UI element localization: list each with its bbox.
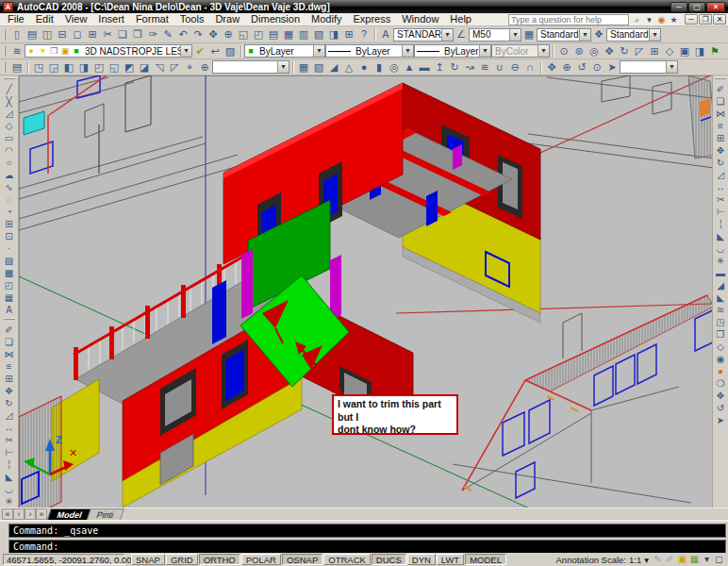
shell-icon[interactable]: ❍	[713, 377, 728, 390]
block-editor-icon[interactable]: ✎	[160, 27, 175, 42]
otrack-toggle[interactable]: OTRACK	[323, 554, 371, 565]
stretch-icon[interactable]: ↔	[713, 181, 728, 193]
move-icon[interactable]: ✥	[713, 144, 728, 157]
mirror-icon[interactable]: ⋈	[713, 108, 728, 120]
spline-icon[interactable]: ∿	[2, 181, 17, 193]
make-block-icon[interactable]: ⊡	[2, 230, 17, 242]
menu-modify[interactable]: Modify	[306, 13, 347, 25]
help-icon[interactable]: ?	[356, 27, 372, 42]
plot-icon[interactable]: ⊟	[55, 27, 70, 42]
tab-prev-button[interactable]: ‹	[13, 508, 25, 520]
extend-icon[interactable]: ⊢	[2, 446, 17, 458]
tab-first-button[interactable]: «	[2, 508, 13, 520]
rotate-icon[interactable]: ↻	[713, 157, 728, 169]
properties-icon[interactable]: ▤	[266, 27, 281, 42]
concentric-circles-icon-1[interactable]: ⊙	[556, 44, 571, 58]
communication-center-icon[interactable]: ◉	[655, 14, 668, 25]
planar-surface-icon[interactable]: ▬	[417, 60, 432, 75]
sw-isometric-icon[interactable]: ◩	[122, 60, 137, 75]
right-view-icon[interactable]: ◨	[76, 60, 91, 75]
annotation-visibility-icon[interactable]: ✎	[652, 554, 664, 565]
3d-move-icon[interactable]: ✥	[713, 390, 728, 402]
polysolid-icon[interactable]: ▦	[296, 60, 311, 75]
chevron-down-icon[interactable]: ▼	[579, 29, 590, 41]
ellipse-arc-icon[interactable]: ◔	[2, 206, 17, 218]
osnap-toggle[interactable]: OSNAP	[282, 554, 323, 565]
dim-style-combo[interactable]: M50 ▼	[469, 28, 521, 42]
visual-style-combo[interactable]: ▼	[620, 60, 678, 74]
scale-icon[interactable]: ◿	[713, 169, 728, 181]
chevron-down-icon[interactable]: ▼	[509, 29, 521, 41]
chevron-down-icon[interactable]: ▼	[180, 45, 191, 57]
menu-express[interactable]: Express	[347, 13, 396, 25]
ortho-toggle[interactable]: ORTHO	[199, 554, 240, 565]
chamfer-icon[interactable]: ◣	[713, 230, 728, 242]
layer-lock-icon[interactable]: ▣	[59, 46, 71, 56]
fillet-icon[interactable]: ◡	[713, 242, 728, 255]
layer-viewport-icon[interactable]: ❒	[48, 46, 59, 56]
menu-file[interactable]: File	[2, 13, 30, 25]
linetype-control-combo[interactable]: ByLayer ▼	[325, 44, 414, 58]
publish-icon[interactable]: ⊞	[85, 27, 100, 42]
sweep-icon[interactable]: ↝	[462, 60, 477, 75]
sphere-icon[interactable]: ◉	[713, 353, 728, 365]
model-toggle[interactable]: MODEL	[465, 554, 506, 565]
dim-style-icon[interactable]: ∠	[454, 27, 469, 42]
construction-line-icon[interactable]: ╳	[2, 95, 17, 108]
status-menu-arrow-icon[interactable]: ▾	[701, 554, 713, 565]
rectangle-icon[interactable]: ▭	[2, 132, 17, 144]
color-edges-icon[interactable]: ◨	[692, 44, 707, 58]
ducs-toggle[interactable]: DUCS	[372, 554, 406, 565]
annotation-scale-arrow-icon[interactable]: ▾	[644, 555, 649, 565]
menu-edit[interactable]: Edit	[30, 13, 59, 25]
move-icon[interactable]: ✥	[2, 385, 17, 397]
annotation-scale-value[interactable]: 1:1	[629, 555, 641, 565]
revolve-icon[interactable]: ↻	[447, 60, 462, 75]
menu-tools[interactable]: Tools	[174, 13, 210, 25]
copy-clip-icon[interactable]: ❏	[115, 27, 130, 42]
text-style-icon[interactable]: A	[378, 27, 393, 42]
stretch-icon[interactable]: ↔	[2, 422, 17, 434]
polyline-icon[interactable]: ◿	[2, 108, 17, 120]
pan-icon[interactable]: ✥	[206, 27, 221, 42]
trim-icon[interactable]: ✂	[713, 193, 728, 206]
ellipse-icon[interactable]: ◌	[2, 193, 17, 206]
layer-on-bulb-icon[interactable]: ●	[25, 46, 37, 56]
menu-insert[interactable]: Insert	[92, 13, 130, 25]
cone-icon[interactable]: △	[341, 60, 356, 75]
minimize-button[interactable]: ─	[670, 2, 687, 12]
menu-draw[interactable]: Draw	[209, 13, 245, 25]
union-icon[interactable]: ∪	[492, 60, 507, 75]
wedge-icon[interactable]: ◢	[326, 60, 341, 75]
arc-icon[interactable]: ◠	[2, 144, 17, 157]
menu-window[interactable]: Window	[396, 13, 444, 25]
walk-icon[interactable]: ➤	[713, 414, 728, 426]
polar-toggle[interactable]: POLAR	[241, 554, 281, 565]
search-icon[interactable]: ⌕	[631, 14, 643, 25]
trim-icon[interactable]: ✂	[2, 434, 17, 446]
torus-icon[interactable]: ◎	[387, 60, 402, 75]
sweep-icon[interactable]: ◣	[713, 291, 728, 304]
section-plane-icon[interactable]: ◳	[713, 316, 728, 328]
doc-minimize-button[interactable]: ─	[685, 14, 698, 25]
array-icon[interactable]: ⊞	[713, 132, 728, 144]
chevron-down-icon[interactable]: ▼	[313, 45, 324, 57]
imprint-icon[interactable]: ▣	[677, 44, 692, 58]
quickcalc-icon[interactable]: ⊞	[341, 27, 356, 42]
coordinate-display[interactable]: 46571.5855, -20091.2760, 0.0000	[3, 554, 125, 565]
loft-icon[interactable]: ≋	[477, 60, 492, 75]
hatch-icon[interactable]: ▨	[2, 255, 17, 267]
layer-color-chip-icon[interactable]: ■	[71, 46, 82, 56]
match-properties-icon[interactable]: ✑	[145, 27, 160, 42]
table-style-combo[interactable]: Standard ▼	[537, 28, 591, 42]
3d-align-icon[interactable]: ◸	[632, 44, 647, 58]
tab-pinti[interactable]: Pinti	[87, 508, 124, 520]
table-icon[interactable]: ▦	[2, 291, 17, 304]
plot-preview-icon[interactable]: ◻	[70, 27, 85, 42]
doc-close-button[interactable]: ✕	[713, 14, 726, 25]
save-icon[interactable]: ◫	[40, 27, 55, 42]
left-view-icon[interactable]: ◧	[61, 60, 76, 75]
tab-last-button[interactable]: »	[36, 508, 47, 520]
color-control-combo[interactable]: ■ ByLayer ▼	[244, 44, 325, 58]
zoom-previous-icon[interactable]: ◰	[251, 27, 266, 42]
